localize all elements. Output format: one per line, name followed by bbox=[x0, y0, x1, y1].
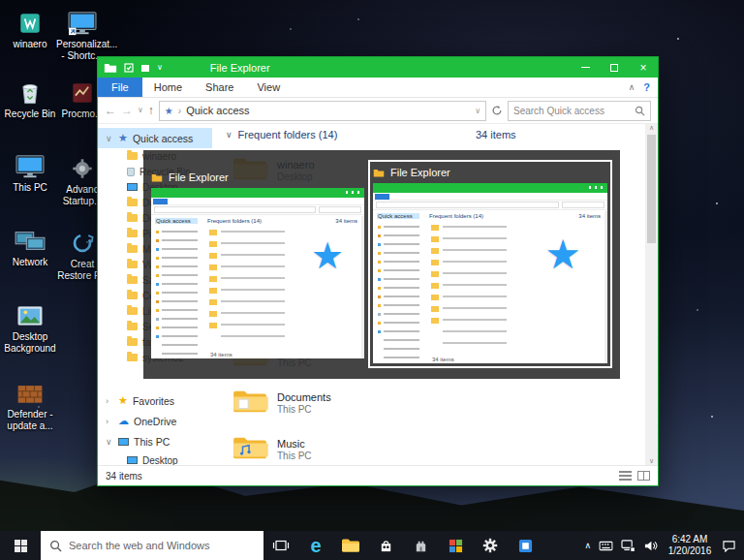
qat-properties-icon[interactable] bbox=[124, 63, 134, 73]
tab-share[interactable]: Share bbox=[194, 78, 245, 97]
desktop-icon-label: Network bbox=[4, 257, 56, 268]
desktop-icon bbox=[127, 183, 138, 191]
expander-chevron-icon[interactable]: ∨ bbox=[106, 437, 113, 447]
window-preview[interactable]: Quick access Frequent folders (14) 34 it… bbox=[151, 188, 364, 358]
scroll-up-icon[interactable]: ∧ bbox=[649, 124, 654, 132]
items-count-label: 34 items bbox=[476, 129, 516, 140]
action-center-icon[interactable] bbox=[722, 540, 736, 552]
taskbar-defender-button[interactable] bbox=[403, 531, 438, 560]
forward-button[interactable]: → bbox=[121, 105, 133, 116]
tab-file[interactable]: File bbox=[98, 78, 142, 97]
clock-date: 1/20/2016 bbox=[666, 545, 714, 558]
network-icon bbox=[14, 226, 46, 255]
desktop-icon-defender[interactable]: Defender - update a... bbox=[4, 378, 56, 431]
taskbar-store-button[interactable] bbox=[368, 531, 403, 560]
mini-scrollbar bbox=[361, 216, 364, 358]
taskbar-search-input[interactable] bbox=[69, 540, 255, 551]
sidebar-item-favorites-root[interactable]: › ★ Favorites bbox=[98, 390, 212, 411]
taskbar-file-explorer-button[interactable] bbox=[333, 531, 368, 560]
sidebar-item-onedrive[interactable]: › ☁ OneDrive bbox=[98, 411, 212, 431]
task-switcher-item-1[interactable]: File Explorer Quick access Frequent fold… bbox=[151, 170, 364, 358]
taskbar-blue-app-button[interactable] bbox=[508, 531, 542, 560]
desktop-icon-label: Recycle Bin bbox=[4, 109, 56, 120]
mini-folder-rows bbox=[221, 231, 285, 347]
store-bag-icon bbox=[379, 539, 393, 553]
tab-home[interactable]: Home bbox=[142, 78, 194, 97]
thumbnail-caption: File Explorer bbox=[151, 170, 364, 184]
desktop-icon-label: This PC bbox=[4, 182, 56, 194]
mini-items-count: 34 items bbox=[335, 218, 357, 224]
back-button[interactable]: ← bbox=[105, 105, 116, 116]
desktop-icon-personalization[interactable]: Personalizat... - Shortc... bbox=[56, 8, 108, 61]
desktop-icon-recycle-bin[interactable]: Recycle Bin bbox=[4, 78, 56, 120]
taskbar-clock[interactable]: 6:42 AM 1/20/2016 bbox=[666, 534, 714, 558]
details-view-icon[interactable] bbox=[619, 471, 632, 481]
up-button[interactable]: ↑ bbox=[148, 105, 154, 116]
sidebar-item-label: Favorites bbox=[133, 395, 174, 407]
expander-chevron-icon[interactable]: ∨ bbox=[106, 134, 113, 143]
thumbnail-caption: File Explorer bbox=[373, 165, 607, 179]
monitor-shortcut-icon bbox=[66, 8, 99, 37]
clock-time: 6:42 AM bbox=[666, 534, 714, 546]
qat-customize-chevron-icon[interactable]: ∨ bbox=[157, 63, 163, 72]
refresh-icon[interactable] bbox=[491, 105, 503, 116]
task-view-button[interactable] bbox=[264, 531, 298, 560]
tab-view[interactable]: View bbox=[245, 78, 292, 97]
folder-icon bbox=[232, 388, 268, 419]
scrollbar-thumb[interactable] bbox=[647, 135, 656, 243]
sidebar-item-label: This PC bbox=[134, 436, 170, 448]
system-tray: ∧ 6:42 AM 1/20/2016 bbox=[576, 531, 744, 560]
desktop-icon-desktop-background[interactable]: Desktop Background bbox=[4, 300, 56, 354]
sidebar-item-this-pc[interactable]: ∨ This PC bbox=[98, 431, 212, 451]
title-bar[interactable]: ∨ File Explorer × bbox=[98, 57, 658, 78]
explorer-search-box[interactable] bbox=[508, 101, 651, 121]
folder-tile-documents[interactable]: DocumentsThis PC bbox=[226, 380, 450, 426]
desktop-screen: winaero Personalizat... - Shortc... Recy… bbox=[0, 0, 744, 560]
address-dropdown-icon[interactable]: ∨ bbox=[475, 107, 480, 115]
expander-chevron-icon[interactable]: › bbox=[106, 417, 113, 426]
taskbar: e ∧ 6:42 AM 1/20/2016 bbox=[0, 531, 744, 560]
recent-locations-chevron-icon[interactable]: ∨ bbox=[138, 107, 143, 114]
desktop-icon-network[interactable]: Network bbox=[4, 226, 56, 268]
taskbar-edge-button[interactable]: e bbox=[298, 531, 333, 560]
edge-icon: e bbox=[310, 536, 321, 555]
vertical-scrollbar[interactable]: ∧ ∨ bbox=[645, 124, 658, 465]
folder-icon bbox=[127, 323, 138, 330]
search-icon bbox=[635, 106, 645, 116]
status-bar: 34 items bbox=[98, 465, 658, 485]
group-collapse-chevron-icon[interactable]: ∨ bbox=[226, 130, 232, 140]
address-bar[interactable]: ★ › Quick access ∨ bbox=[159, 101, 486, 121]
touch-keyboard-icon[interactable] bbox=[599, 541, 613, 551]
window-preview[interactable]: Quick access Frequent folders (14) 34 it… bbox=[373, 183, 607, 363]
mini-items-count: 34 items bbox=[578, 213, 601, 219]
large-icons-view-icon[interactable] bbox=[637, 471, 650, 481]
explorer-search-input[interactable] bbox=[513, 106, 631, 116]
task-switcher-item-2-selected[interactable]: File Explorer Quick access Frequent fold… bbox=[368, 160, 612, 368]
winaero-app-icon bbox=[14, 8, 46, 37]
taskbar-settings-button[interactable] bbox=[473, 531, 508, 560]
taskbar-colored-app-button[interactable] bbox=[438, 531, 473, 560]
desktop-icon-this-pc[interactable]: This PC bbox=[4, 151, 56, 194]
qat-new-folder-icon[interactable] bbox=[140, 63, 150, 73]
desktop-icon-winaero[interactable]: winaero bbox=[4, 8, 56, 50]
sidebar-item-quick-access[interactable]: ∨ ★ Quick access bbox=[98, 128, 212, 148]
network-icon[interactable] bbox=[621, 540, 636, 552]
close-button[interactable]: × bbox=[629, 57, 658, 78]
start-button[interactable] bbox=[0, 531, 41, 560]
group-header[interactable]: ∨ Frequent folders (14) bbox=[226, 129, 337, 140]
recycle-bin-icon bbox=[127, 168, 135, 176]
breadcrumb[interactable]: Quick access bbox=[186, 105, 249, 116]
show-hidden-icons-chevron[interactable]: ∧ bbox=[584, 541, 591, 550]
folder-tile-music[interactable]: MusicThis PC bbox=[226, 426, 450, 465]
taskbar-search-box[interactable] bbox=[41, 531, 264, 560]
thumbnail-title: File Explorer bbox=[169, 171, 229, 183]
folder-icon bbox=[127, 199, 138, 206]
minimize-button[interactable] bbox=[571, 57, 600, 78]
sidebar-item-this-pc-desktop[interactable]: Desktop bbox=[98, 451, 212, 465]
volume-icon[interactable] bbox=[643, 540, 658, 552]
scroll-down-icon[interactable]: ∨ bbox=[649, 457, 654, 465]
expander-chevron-icon[interactable]: › bbox=[106, 396, 113, 406]
help-icon[interactable]: ? bbox=[643, 81, 650, 93]
ribbon-collapse-icon[interactable]: ∧ bbox=[629, 82, 636, 92]
maximize-button[interactable] bbox=[600, 57, 629, 78]
